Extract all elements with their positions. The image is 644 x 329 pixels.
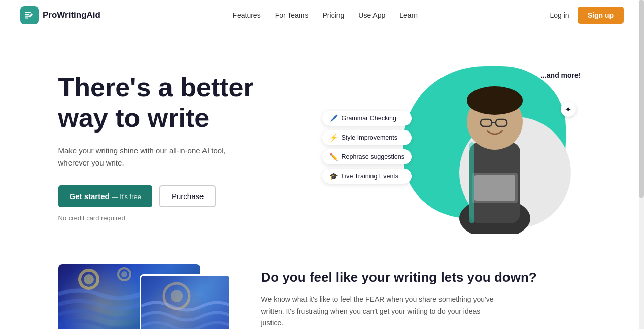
scrollbar-thumb[interactable] [639,0,644,198]
svg-rect-9 [469,142,474,223]
pill-rephrase: ✏️ Rephrase suggestions [322,149,412,164]
grammar-icon: 🖊️ [329,114,338,122]
nav-pricing[interactable]: Pricing [323,11,345,19]
hero-subtitle: Make your writing shine with our all-in-… [58,145,251,169]
and-more-label: ...and more! [540,71,581,79]
logo-area: ProWritingAid [20,6,100,24]
hero-section: There's a better way to write Make your … [18,30,627,254]
svg-point-19 [171,290,183,302]
style-icon: ⚡ [329,134,338,142]
svg-point-13 [121,271,127,277]
hero-title: There's a better way to write [58,73,312,134]
sparkle-icon: ✦ [565,105,571,114]
nav-features[interactable]: Features [232,11,260,19]
rephrase-icon: ✏️ [329,153,338,161]
purchase-button[interactable]: Purchase [159,185,216,207]
nav-use-app[interactable]: Use App [358,11,385,19]
svg-rect-8 [474,175,515,201]
section-desc: We know what it's like to feel the FEAR … [261,293,495,329]
hero-buttons: Get started — it's free Purchase [58,185,312,207]
section-content: Do you feel like your writing lets you d… [261,264,586,329]
login-link[interactable]: Log in [550,11,569,19]
free-label: — it's free [112,193,141,201]
brand-name: ProWritingAid [43,10,100,20]
person-illustration [444,71,546,234]
artwork-overlay [140,274,231,329]
training-icon: 🎓 [329,172,338,180]
pill-training: 🎓 Live Training Events [322,169,412,184]
svg-point-6 [467,86,523,115]
second-section: My idea in my head Do you feel like your… [18,254,627,329]
svg-point-11 [84,274,94,284]
pill-grammar: 🖊️ Grammar Checking [322,111,412,126]
hero-right: 🖊️ Grammar Checking ⚡ Style Improvements… [322,61,586,234]
sparkle-badge: ✦ [561,102,576,117]
scrollbar[interactable] [639,0,644,329]
no-credit-text: No credit card required [58,214,312,222]
section-title: Do you feel like your writing lets you d… [261,269,586,286]
hero-left: There's a better way to write Make your … [58,73,312,222]
nav-learn[interactable]: Learn [399,11,418,19]
get-started-button[interactable]: Get started — it's free [58,185,152,207]
nav-teams[interactable]: For Teams [275,11,309,19]
navbar-right: Log in Sign up [550,7,624,24]
navbar: ProWritingAid Features For Teams Pricing… [0,0,644,30]
artwork-container: My idea in my head [58,264,231,329]
signup-button[interactable]: Sign up [578,7,624,24]
feature-pills: 🖊️ Grammar Checking ⚡ Style Improvements… [322,111,412,184]
nav-links: Features For Teams Pricing Use App Learn [232,11,418,19]
logo-icon [20,6,39,24]
pill-style: ⚡ Style Improvements [322,130,412,145]
